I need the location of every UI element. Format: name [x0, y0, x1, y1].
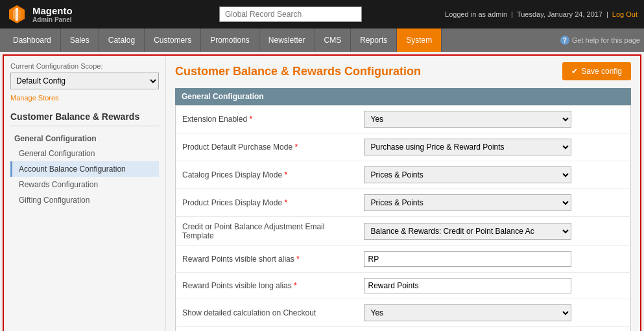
- table-row: Extension Enabled *YesNo: [176, 106, 631, 133]
- config-form-table: Extension Enabled *YesNoProduct Default …: [175, 105, 631, 331]
- brand-name: Magento: [32, 5, 73, 16]
- content-header: Customer Balance & Rewards Configuration…: [175, 62, 631, 80]
- field-label: Reward Points visible short alias *: [176, 246, 357, 273]
- sidebar-item-account-balance[interactable]: Account Balance Configuration: [10, 161, 159, 177]
- table-row: Reward Points visible short alias *: [176, 246, 631, 273]
- table-row: Show detailed calculation on CheckoutYes…: [176, 299, 631, 327]
- separator: |: [511, 10, 513, 18]
- user-area: Logged in as admin | Tuesday, January 24…: [445, 10, 638, 18]
- field-select-7[interactable]: YesNo: [364, 304, 571, 321]
- navbar: Dashboard Sales Catalog Customers Promot…: [0, 29, 644, 52]
- field-input-cell: Balance & Rewards: Credit or Point Balan…: [357, 217, 631, 246]
- field-input-cell: Balance & Rewards: Refer a Friend (Defau…: [357, 327, 631, 332]
- section-header: General Configuration: [175, 88, 631, 105]
- field-input-cell: Prices & PointsPrices onlyPoints only: [357, 161, 631, 189]
- magento-logo-icon: [6, 4, 27, 25]
- save-icon: ✔: [571, 67, 578, 76]
- field-select-2[interactable]: Prices & PointsPrices onlyPoints only: [364, 166, 571, 183]
- table-row: Refer a Friend Email TemplateBalance & R…: [176, 327, 631, 332]
- table-row: Credit or Point Balance Adjustment Email…: [176, 217, 631, 246]
- svg-rect-3: [16, 8, 18, 21]
- field-label: Refer a Friend Email Template: [176, 327, 357, 332]
- nav-help[interactable]: ? Get help for this page: [560, 29, 640, 52]
- field-label: Extension Enabled *: [176, 106, 357, 133]
- nav-catalog[interactable]: Catalog: [99, 29, 145, 52]
- nav-cms[interactable]: CMS: [315, 29, 352, 52]
- sidebar-item-rewards[interactable]: Rewards Configuration: [10, 177, 159, 192]
- help-text: Get help for this page: [572, 36, 640, 44]
- sidebar-item-gifting[interactable]: Gifting Configuration: [10, 192, 159, 208]
- sidebar-title: Customer Balance & Rewards: [10, 111, 159, 126]
- field-input-cell: [357, 246, 631, 273]
- search-area: [143, 6, 438, 22]
- field-label: Show detailed calculation on Checkout: [176, 299, 357, 327]
- field-label: Credit or Point Balance Adjustment Email…: [176, 217, 357, 246]
- user-info-text: Logged in as admin: [445, 10, 507, 18]
- manage-stores-link[interactable]: Manage Stores: [10, 94, 59, 102]
- date-text: Tuesday, January 24, 2017: [517, 10, 602, 18]
- sidebar: Current Configuration Scope: Default Con…: [4, 56, 166, 331]
- nav-dashboard[interactable]: Dashboard: [4, 29, 61, 52]
- field-select-3[interactable]: Prices & PointsPrices onlyPoints only: [364, 194, 571, 211]
- nav-reports[interactable]: Reports: [351, 29, 397, 52]
- nav-promotions[interactable]: Promotions: [201, 29, 259, 52]
- field-input-5[interactable]: [364, 251, 571, 267]
- field-input-cell: YesNo: [357, 299, 631, 327]
- field-label: Catalog Prices Display Mode *: [176, 161, 357, 189]
- content: Customer Balance & Rewards Configuration…: [166, 56, 640, 331]
- table-row: Catalog Prices Display Mode *Prices & Po…: [176, 161, 631, 189]
- page-title: Customer Balance & Rewards Configuration: [175, 65, 421, 78]
- save-label: Save config: [581, 67, 622, 76]
- field-select-1[interactable]: Purchase using Price & Reward PointsPurc…: [364, 139, 571, 155]
- nav-newsletter[interactable]: Newsletter: [259, 29, 315, 52]
- table-row: Product Prices Display Mode *Prices & Po…: [176, 189, 631, 217]
- header: Magento Admin Panel Logged in as admin |…: [0, 0, 644, 29]
- sidebar-group-label: General Configuration: [10, 131, 159, 146]
- field-label: Reward Points visible long alias *: [176, 273, 357, 299]
- field-label: Product Default Purchase Mode *: [176, 133, 357, 161]
- logo-area: Magento Admin Panel: [6, 4, 136, 25]
- table-row: Product Default Purchase Mode *Purchase …: [176, 133, 631, 161]
- nav-system[interactable]: System: [397, 29, 442, 52]
- field-input-cell: [357, 273, 631, 299]
- field-input-cell: Purchase using Price & Reward PointsPurc…: [357, 133, 631, 161]
- field-input-cell: Prices & PointsPrices onlyPoints only: [357, 189, 631, 217]
- logout-link[interactable]: Log Out: [612, 10, 638, 18]
- field-select-4[interactable]: Balance & Rewards: Credit or Point Balan…: [364, 223, 571, 240]
- help-icon: ?: [560, 36, 569, 45]
- field-label: Product Prices Display Mode *: [176, 189, 357, 217]
- nav-sales[interactable]: Sales: [61, 29, 99, 52]
- table-row: Reward Points visible long alias *: [176, 273, 631, 299]
- scope-select[interactable]: Default Config: [10, 73, 159, 89]
- separator2: |: [606, 10, 608, 18]
- field-select-0[interactable]: YesNo: [364, 111, 571, 128]
- brand-subtitle: Admin Panel: [32, 16, 73, 23]
- main-wrapper: Current Configuration Scope: Default Con…: [3, 54, 641, 331]
- search-input[interactable]: [219, 6, 362, 22]
- scope-label: Current Configuration Scope:: [10, 62, 159, 70]
- field-input-6[interactable]: [364, 278, 571, 293]
- nav-customers[interactable]: Customers: [145, 29, 201, 52]
- sidebar-item-general[interactable]: General Configuration: [10, 146, 159, 161]
- save-config-button[interactable]: ✔ Save config: [562, 62, 631, 80]
- field-input-cell: YesNo: [357, 106, 631, 133]
